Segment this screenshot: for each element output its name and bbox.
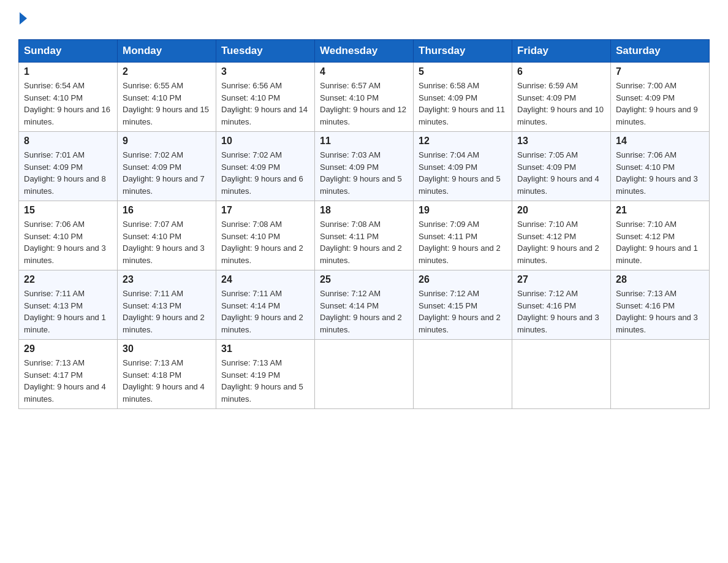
calendar-cell: 24Sunrise: 7:11 AMSunset: 4:14 PMDayligh… (216, 270, 315, 340)
day-number: 16 (123, 205, 211, 216)
day-info: Sunrise: 7:13 AMSunset: 4:19 PMDaylight:… (221, 357, 309, 405)
day-number: 23 (123, 274, 211, 285)
calendar-cell: 14Sunrise: 7:06 AMSunset: 4:10 PMDayligh… (611, 132, 710, 201)
day-info: Sunrise: 7:12 AMSunset: 4:16 PMDaylight:… (517, 288, 605, 335)
day-info: Sunrise: 7:13 AMSunset: 4:18 PMDaylight:… (123, 357, 211, 405)
day-info: Sunrise: 6:57 AMSunset: 4:10 PMDaylight:… (320, 80, 408, 128)
calendar-cell (512, 340, 611, 409)
calendar-cell: 20Sunrise: 7:10 AMSunset: 4:12 PMDayligh… (512, 201, 611, 270)
day-info: Sunrise: 7:10 AMSunset: 4:12 PMDaylight:… (616, 218, 704, 266)
calendar-cell: 27Sunrise: 7:12 AMSunset: 4:16 PMDayligh… (512, 270, 611, 340)
calendar-cell: 1Sunrise: 6:54 AMSunset: 4:10 PMDaylight… (19, 63, 118, 132)
day-number: 15 (24, 205, 112, 216)
header-cell-tuesday: Tuesday (216, 40, 315, 63)
day-number: 22 (24, 274, 112, 285)
day-number: 10 (221, 136, 309, 147)
day-info: Sunrise: 7:12 AMSunset: 4:14 PMDaylight:… (320, 288, 408, 335)
day-number: 1 (24, 66, 112, 77)
logo-triangle-icon (20, 12, 27, 25)
calendar-cell: 30Sunrise: 7:13 AMSunset: 4:18 PMDayligh… (118, 340, 216, 409)
header-cell-friday: Friday (512, 40, 611, 63)
day-info: Sunrise: 7:07 AMSunset: 4:10 PMDaylight:… (123, 218, 211, 266)
day-number: 19 (419, 205, 507, 216)
calendar-cell: 9Sunrise: 7:02 AMSunset: 4:09 PMDaylight… (118, 132, 216, 201)
day-number: 12 (419, 136, 507, 147)
week-row-2: 8Sunrise: 7:01 AMSunset: 4:09 PMDaylight… (19, 132, 710, 201)
day-info: Sunrise: 7:06 AMSunset: 4:10 PMDaylight:… (616, 149, 704, 197)
day-info: Sunrise: 7:12 AMSunset: 4:15 PMDaylight:… (419, 288, 507, 335)
day-info: Sunrise: 7:01 AMSunset: 4:09 PMDaylight:… (24, 149, 112, 197)
day-info: Sunrise: 7:04 AMSunset: 4:09 PMDaylight:… (419, 149, 507, 197)
day-number: 13 (517, 136, 605, 147)
calendar-cell (611, 340, 710, 409)
day-info: Sunrise: 7:05 AMSunset: 4:09 PMDaylight:… (517, 149, 605, 197)
day-info: Sunrise: 7:02 AMSunset: 4:09 PMDaylight:… (123, 149, 211, 197)
day-info: Sunrise: 7:02 AMSunset: 4:09 PMDaylight:… (221, 149, 309, 197)
day-number: 8 (24, 136, 112, 147)
header-cell-thursday: Thursday (414, 40, 512, 63)
calendar-cell: 28Sunrise: 7:13 AMSunset: 4:16 PMDayligh… (611, 270, 710, 340)
day-info: Sunrise: 7:11 AMSunset: 4:13 PMDaylight:… (123, 288, 211, 335)
day-info: Sunrise: 7:08 AMSunset: 4:10 PMDaylight:… (221, 218, 309, 266)
day-info: Sunrise: 7:08 AMSunset: 4:11 PMDaylight:… (320, 218, 408, 266)
logo: Blue (18, 12, 27, 27)
day-info: Sunrise: 7:06 AMSunset: 4:10 PMDaylight:… (24, 218, 112, 266)
day-number: 27 (517, 274, 605, 285)
week-row-4: 22Sunrise: 7:11 AMSunset: 4:13 PMDayligh… (19, 270, 710, 340)
day-info: Sunrise: 7:13 AMSunset: 4:16 PMDaylight:… (616, 288, 704, 335)
calendar-cell: 8Sunrise: 7:01 AMSunset: 4:09 PMDaylight… (19, 132, 118, 201)
calendar-cell: 4Sunrise: 6:57 AMSunset: 4:10 PMDaylight… (315, 63, 414, 132)
day-info: Sunrise: 7:03 AMSunset: 4:09 PMDaylight:… (320, 149, 408, 197)
calendar-cell: 25Sunrise: 7:12 AMSunset: 4:14 PMDayligh… (315, 270, 414, 340)
day-info: Sunrise: 7:09 AMSunset: 4:11 PMDaylight:… (419, 218, 507, 266)
calendar-cell: 11Sunrise: 7:03 AMSunset: 4:09 PMDayligh… (315, 132, 414, 201)
day-number: 30 (123, 343, 211, 354)
day-info: Sunrise: 7:11 AMSunset: 4:13 PMDaylight:… (24, 288, 112, 335)
day-number: 5 (419, 66, 507, 77)
header-cell-sunday: Sunday (19, 40, 118, 63)
header-cell-wednesday: Wednesday (315, 40, 414, 63)
calendar-cell: 16Sunrise: 7:07 AMSunset: 4:10 PMDayligh… (118, 201, 216, 270)
day-info: Sunrise: 7:10 AMSunset: 4:12 PMDaylight:… (517, 218, 605, 266)
calendar-cell: 31Sunrise: 7:13 AMSunset: 4:19 PMDayligh… (216, 340, 315, 409)
day-number: 28 (616, 274, 704, 285)
calendar-cell: 6Sunrise: 6:59 AMSunset: 4:09 PMDaylight… (512, 63, 611, 132)
week-row-5: 29Sunrise: 7:13 AMSunset: 4:17 PMDayligh… (19, 340, 710, 409)
calendar-cell: 17Sunrise: 7:08 AMSunset: 4:10 PMDayligh… (216, 201, 315, 270)
day-info: Sunrise: 6:56 AMSunset: 4:10 PMDaylight:… (221, 80, 309, 128)
calendar-cell: 22Sunrise: 7:11 AMSunset: 4:13 PMDayligh… (19, 270, 118, 340)
calendar-cell: 3Sunrise: 6:56 AMSunset: 4:10 PMDaylight… (216, 63, 315, 132)
calendar-cell: 23Sunrise: 7:11 AMSunset: 4:13 PMDayligh… (118, 270, 216, 340)
calendar-cell: 19Sunrise: 7:09 AMSunset: 4:11 PMDayligh… (414, 201, 512, 270)
day-number: 29 (24, 343, 112, 354)
day-number: 25 (320, 274, 408, 285)
day-number: 4 (320, 66, 408, 77)
day-number: 24 (221, 274, 309, 285)
calendar-cell: 29Sunrise: 7:13 AMSunset: 4:17 PMDayligh… (19, 340, 118, 409)
day-number: 11 (320, 136, 408, 147)
day-info: Sunrise: 6:55 AMSunset: 4:10 PMDaylight:… (123, 80, 211, 128)
day-number: 3 (221, 66, 309, 77)
day-info: Sunrise: 6:54 AMSunset: 4:10 PMDaylight:… (24, 80, 112, 128)
day-number: 9 (123, 136, 211, 147)
calendar-cell: 7Sunrise: 7:00 AMSunset: 4:09 PMDaylight… (611, 63, 710, 132)
calendar-cell (414, 340, 512, 409)
day-number: 20 (517, 205, 605, 216)
calendar-cell: 2Sunrise: 6:55 AMSunset: 4:10 PMDaylight… (118, 63, 216, 132)
day-number: 31 (221, 343, 309, 354)
calendar-cell: 15Sunrise: 7:06 AMSunset: 4:10 PMDayligh… (19, 201, 118, 270)
day-info: Sunrise: 7:13 AMSunset: 4:17 PMDaylight:… (24, 357, 112, 405)
day-number: 6 (517, 66, 605, 77)
day-number: 17 (221, 205, 309, 216)
calendar-cell: 13Sunrise: 7:05 AMSunset: 4:09 PMDayligh… (512, 132, 611, 201)
calendar-cell: 26Sunrise: 7:12 AMSunset: 4:15 PMDayligh… (414, 270, 512, 340)
day-info: Sunrise: 6:59 AMSunset: 4:09 PMDaylight:… (517, 80, 605, 128)
day-info: Sunrise: 7:00 AMSunset: 4:09 PMDaylight:… (616, 80, 704, 128)
day-info: Sunrise: 6:58 AMSunset: 4:09 PMDaylight:… (419, 80, 507, 128)
week-row-3: 15Sunrise: 7:06 AMSunset: 4:10 PMDayligh… (19, 201, 710, 270)
day-number: 7 (616, 66, 704, 77)
day-number: 21 (616, 205, 704, 216)
day-number: 2 (123, 66, 211, 77)
calendar-cell: 21Sunrise: 7:10 AMSunset: 4:12 PMDayligh… (611, 201, 710, 270)
day-number: 26 (419, 274, 507, 285)
